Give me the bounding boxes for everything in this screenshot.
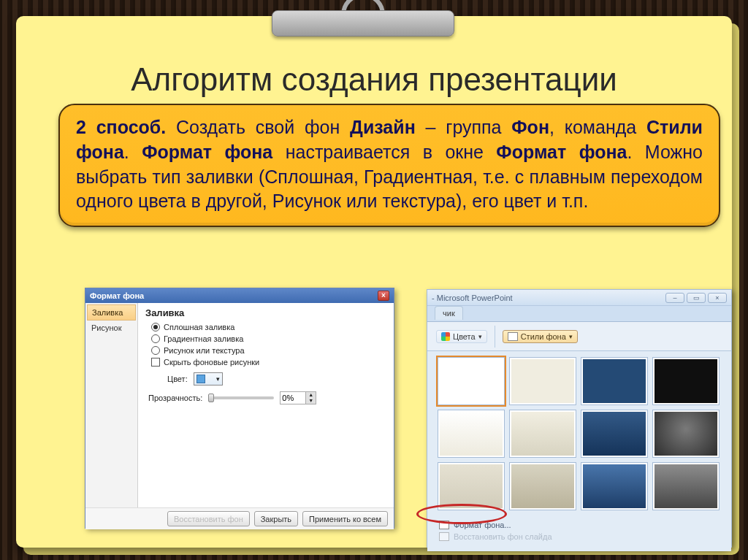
format-background-dialog: Формат фона × Заливка Рисунок Заливка Сп… bbox=[85, 288, 394, 529]
background-style-swatch[interactable] bbox=[581, 410, 648, 458]
opacity-input[interactable] bbox=[280, 392, 305, 404]
body-text: 2 способ. Создать свой фон Дизайн – груп… bbox=[58, 104, 720, 227]
apply-all-button[interactable]: Применить ко всем bbox=[302, 511, 388, 526]
slider-thumb[interactable] bbox=[208, 394, 214, 402]
close-icon[interactable]: × bbox=[378, 291, 389, 301]
separator bbox=[495, 326, 495, 348]
background-style-swatch[interactable] bbox=[438, 462, 505, 510]
page-icon bbox=[508, 332, 518, 341]
background-style-swatch[interactable] bbox=[438, 357, 505, 405]
step-down-icon[interactable]: ▼ bbox=[305, 398, 316, 404]
dialog-buttons: Восстановить фон Закрыть Применить ко вс… bbox=[85, 507, 394, 529]
background-styles-gallery bbox=[427, 351, 731, 513]
checkbox-icon bbox=[151, 358, 160, 367]
opacity-slider[interactable] bbox=[208, 396, 274, 399]
annotation-circle bbox=[416, 504, 507, 524]
color-picker-button[interactable]: ▾ bbox=[194, 372, 223, 386]
colors-button[interactable]: Цвета ▾ bbox=[436, 330, 487, 343]
radio-solid-fill[interactable]: Сплошная заливка bbox=[151, 323, 386, 331]
page-title: Алгоритм создания презентации bbox=[16, 61, 732, 98]
dialog-panel: Заливка Сплошная заливка Градиентная зал… bbox=[138, 303, 394, 507]
color-label: Цвет: bbox=[167, 375, 188, 383]
radio-picture-texture[interactable]: Рисунок или текстура bbox=[151, 346, 386, 355]
opacity-spinner[interactable]: ▲ ▼ bbox=[280, 391, 316, 404]
color-swatch-icon bbox=[196, 375, 205, 383]
binder-clip bbox=[272, 0, 454, 41]
background-style-swatch[interactable] bbox=[438, 410, 505, 458]
chevron-down-icon: ▾ bbox=[216, 375, 220, 383]
dialog-sidebar: Заливка Рисунок bbox=[85, 303, 138, 507]
checkbox-hide-bg[interactable]: Скрыть фоновые рисунки bbox=[151, 358, 386, 367]
background-style-swatch[interactable] bbox=[509, 462, 576, 510]
reset-icon bbox=[439, 532, 449, 541]
chevron-down-icon: ▾ bbox=[478, 333, 482, 340]
sidebar-tab-picture[interactable]: Рисунок bbox=[87, 321, 136, 335]
radio-icon bbox=[151, 346, 160, 355]
background-style-swatch[interactable] bbox=[652, 357, 720, 405]
opacity-label: Прозрачность: bbox=[148, 394, 202, 402]
close-button[interactable]: Закрыть bbox=[254, 511, 298, 526]
app-title: - Microsoft PowerPoint bbox=[432, 294, 513, 302]
background-styles-button[interactable]: Стили фона ▾ bbox=[503, 330, 578, 343]
background-style-swatch[interactable] bbox=[652, 462, 720, 510]
ribbon-background-group: Цвета ▾ Стили фона ▾ bbox=[427, 322, 731, 351]
dialog-title: Формат фона bbox=[90, 291, 144, 300]
radio-icon bbox=[151, 334, 160, 343]
chevron-down-icon: ▾ bbox=[569, 333, 573, 340]
colors-icon bbox=[441, 332, 450, 341]
restore-button[interactable]: Восстановить фон bbox=[167, 511, 250, 526]
ribbon-tab[interactable]: чик bbox=[435, 306, 463, 320]
background-style-swatch[interactable] bbox=[509, 357, 576, 405]
background-style-swatch[interactable] bbox=[509, 410, 576, 458]
minimize-icon[interactable]: – bbox=[665, 293, 684, 303]
background-style-swatch[interactable] bbox=[581, 462, 648, 510]
step-up-icon[interactable]: ▲ bbox=[305, 392, 316, 398]
window-titlebar: - Microsoft PowerPoint – ▭ × bbox=[427, 290, 731, 306]
background-style-swatch[interactable] bbox=[581, 357, 648, 405]
maximize-icon[interactable]: ▭ bbox=[687, 293, 706, 303]
reset-background-menu-item[interactable]: Восстановить фон слайда bbox=[439, 532, 721, 541]
panel-heading: Заливка bbox=[145, 307, 386, 318]
note-card: Алгоритм создания презентации 2 способ. … bbox=[16, 16, 732, 548]
dialog-titlebar: Формат фона × bbox=[85, 288, 394, 303]
radio-icon bbox=[151, 323, 160, 331]
radio-gradient-fill[interactable]: Градиентная заливка bbox=[151, 334, 386, 343]
close-icon[interactable]: × bbox=[708, 293, 727, 303]
background-style-swatch[interactable] bbox=[652, 410, 720, 458]
sidebar-tab-fill[interactable]: Заливка bbox=[87, 304, 136, 321]
